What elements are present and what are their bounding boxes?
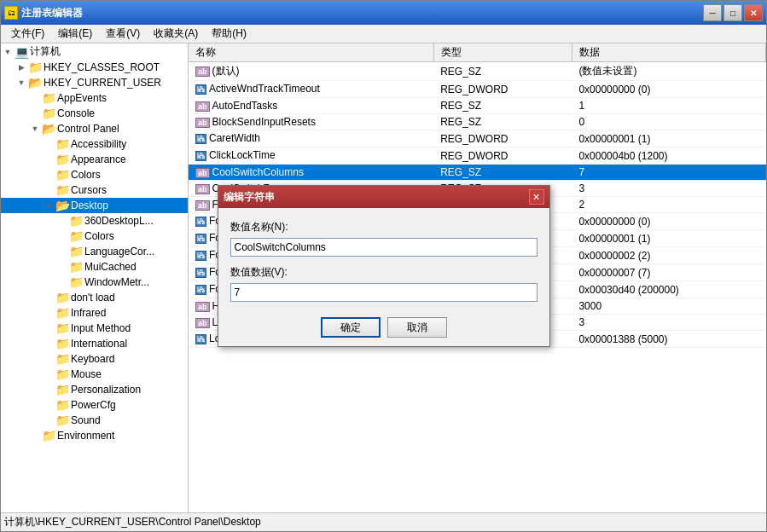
cell-type: REG_DWORD bbox=[433, 81, 572, 98]
tree-item-colors[interactable]: 📁Colors bbox=[1, 167, 188, 182]
table-row[interactable]: ㎪ClickLockTime REG_DWORD 0x000004b0 (120… bbox=[189, 147, 766, 165]
tree-item-windowmetr[interactable]: 📁WindowMetr... bbox=[1, 275, 188, 290]
tree-item-control_panel[interactable]: ▼📂Control Panel bbox=[1, 121, 188, 136]
tree-panel[interactable]: ▼💻计算机▶📁HKEY_CLASSES_ROOT▼📂HKEY_CURRENT_U… bbox=[1, 43, 189, 512]
tree-toggle[interactable] bbox=[42, 137, 55, 151]
minimize-button[interactable]: ─ bbox=[703, 4, 722, 21]
menu-view[interactable]: 查看(V) bbox=[99, 25, 147, 43]
cancel-button[interactable]: 取消 bbox=[387, 317, 447, 338]
tree-toggle[interactable] bbox=[42, 352, 55, 366]
tree-toggle[interactable] bbox=[42, 398, 55, 412]
tree-item-sound[interactable]: 📁Sound bbox=[1, 413, 188, 428]
dword-icon: ㎪ bbox=[195, 251, 206, 261]
tree-label: 360DesktopL... bbox=[84, 215, 154, 227]
tree-item-colors2[interactable]: 📁Colors bbox=[1, 228, 188, 244]
tree-item-personalization[interactable]: 📁Personalization bbox=[1, 382, 188, 397]
menu-favorites[interactable]: 收藏夹(A) bbox=[147, 25, 205, 43]
folder-icon: 📁 bbox=[55, 383, 69, 396]
tree-item-360desktopl[interactable]: 📁360DesktopL... bbox=[1, 213, 188, 228]
tree-item-muicached[interactable]: 📁MuiCached bbox=[1, 259, 188, 275]
folder-icon: 📁 bbox=[55, 337, 69, 350]
cell-data: 0x00000002 (2) bbox=[572, 247, 765, 264]
tree-item-appevents[interactable]: 📁AppEvents bbox=[1, 90, 188, 106]
cell-data: 2 bbox=[572, 197, 765, 213]
table-row[interactable]: abAutoEndTasks REG_SZ 1 bbox=[189, 98, 766, 114]
value-data-input[interactable] bbox=[230, 283, 537, 302]
tree-item-languagecor[interactable]: 📁LanguageCor... bbox=[1, 244, 188, 259]
table-row[interactable]: ab(默认) REG_SZ (数值未设置) bbox=[189, 62, 766, 81]
menu-help[interactable]: 帮助(H) bbox=[205, 25, 253, 43]
tree-toggle[interactable] bbox=[42, 337, 55, 350]
tree-item-powercfg[interactable]: 📁PowerCfg bbox=[1, 397, 188, 413]
cell-type: REG_DWORD bbox=[433, 147, 572, 165]
dialog-close-button[interactable]: ✕ bbox=[529, 189, 544, 205]
tree-toggle[interactable] bbox=[55, 229, 69, 243]
tree-item-cursors[interactable]: 📁Cursors bbox=[1, 182, 188, 198]
folder-icon: 📁 bbox=[28, 61, 42, 74]
cell-name: ㎪ClickLockTime bbox=[189, 147, 433, 165]
tree-toggle[interactable]: ▼ bbox=[42, 199, 55, 212]
tree-toggle[interactable] bbox=[28, 91, 42, 105]
titlebar: 🗂 注册表编辑器 ─ □ ✕ bbox=[1, 1, 766, 25]
tree-toggle[interactable]: ▼ bbox=[15, 76, 28, 90]
folder-icon: 📁 bbox=[55, 137, 69, 151]
titlebar-left: 🗂 注册表编辑器 bbox=[4, 6, 83, 20]
tree-item-accessibility[interactable]: 📁Accessibility bbox=[1, 136, 188, 152]
dialog-titlebar: 编辑字符串 ✕ bbox=[218, 186, 549, 208]
menu-edit[interactable]: 编辑(E) bbox=[51, 25, 99, 43]
cell-type: REG_DWORD bbox=[433, 130, 572, 147]
table-row[interactable]: abBlockSendInputResets REG_SZ 0 bbox=[189, 114, 766, 130]
table-row[interactable]: ㎪CaretWidth REG_DWORD 0x00000001 (1) bbox=[189, 130, 766, 147]
tree-toggle[interactable] bbox=[42, 413, 55, 427]
tree-toggle[interactable]: ▼ bbox=[1, 45, 15, 59]
tree-label: Sound bbox=[71, 414, 101, 426]
tree-item-dont_load[interactable]: 📁don't load bbox=[1, 290, 188, 305]
tree-toggle[interactable] bbox=[42, 291, 55, 304]
tree-item-input_method[interactable]: 📁Input Method bbox=[1, 321, 188, 336]
tree-toggle[interactable] bbox=[42, 383, 55, 396]
tree-toggle[interactable] bbox=[42, 168, 55, 182]
folder-icon: 📁 bbox=[42, 429, 55, 442]
tree-item-hkey_current_user[interactable]: ▼📂HKEY_CURRENT_USER bbox=[1, 75, 188, 90]
folder-icon: 📁 bbox=[69, 214, 83, 228]
cell-data: (数值未设置) bbox=[572, 62, 765, 81]
tree-item-hkey_classes_root[interactable]: ▶📁HKEY_CLASSES_ROOT bbox=[1, 60, 188, 75]
tree-toggle[interactable] bbox=[42, 306, 55, 320]
ok-button[interactable]: 确定 bbox=[321, 317, 381, 338]
table-row[interactable]: ㎪ActiveWndTrackTimeout REG_DWORD 0x00000… bbox=[189, 81, 766, 98]
folder-icon: 📂 bbox=[55, 199, 69, 212]
table-row[interactable]: abCoolSwitchColumns REG_SZ 7 bbox=[189, 165, 766, 181]
tree-toggle[interactable] bbox=[42, 183, 55, 197]
tree-item-appearance[interactable]: 📁Appearance bbox=[1, 152, 188, 167]
tree-item-environment[interactable]: 📁Environment bbox=[1, 428, 188, 443]
tree-item-international[interactable]: 📁International bbox=[1, 336, 188, 351]
tree-label: Mouse bbox=[71, 368, 102, 380]
tree-toggle[interactable]: ▼ bbox=[28, 122, 42, 136]
tree-toggle[interactable]: ▶ bbox=[15, 61, 28, 74]
tree-toggle[interactable] bbox=[42, 367, 55, 381]
folder-icon: 📂 bbox=[42, 122, 55, 136]
tree-toggle[interactable] bbox=[28, 429, 42, 442]
tree-item-desktop[interactable]: ▼📂Desktop bbox=[1, 198, 188, 213]
tree-toggle[interactable] bbox=[42, 321, 55, 335]
tree-toggle[interactable] bbox=[55, 275, 69, 289]
tree-label: don't load bbox=[71, 292, 115, 304]
menu-file[interactable]: 文件(F) bbox=[4, 25, 51, 43]
tree-toggle[interactable] bbox=[28, 107, 42, 120]
folder-icon: 📁 bbox=[69, 260, 83, 274]
tree-item-console[interactable]: 📁Console bbox=[1, 106, 188, 121]
folder-icon: 📁 bbox=[55, 168, 69, 182]
tree-item-mouse[interactable]: 📁Mouse bbox=[1, 367, 188, 382]
tree-toggle[interactable] bbox=[55, 245, 69, 258]
tree-item-keyboard[interactable]: 📁Keyboard bbox=[1, 351, 188, 367]
tree-toggle[interactable] bbox=[42, 153, 55, 166]
window-controls: ─ □ ✕ bbox=[703, 4, 763, 21]
ab-icon: ab bbox=[195, 302, 210, 312]
tree-toggle[interactable] bbox=[55, 214, 69, 228]
value-name-input bbox=[230, 238, 537, 257]
tree-item-infrared[interactable]: 📁Infrared bbox=[1, 305, 188, 321]
tree-item-computer[interactable]: ▼💻计算机 bbox=[1, 43, 188, 60]
close-button[interactable]: ✕ bbox=[744, 4, 763, 21]
maximize-button[interactable]: □ bbox=[723, 4, 742, 21]
tree-toggle[interactable] bbox=[55, 260, 69, 274]
